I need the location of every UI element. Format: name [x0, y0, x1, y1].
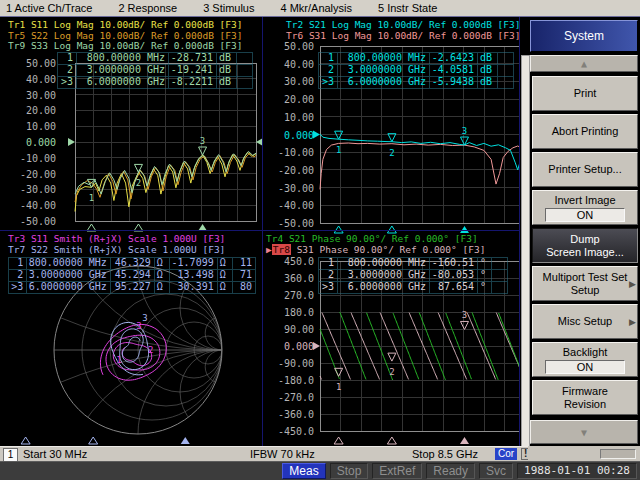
- menu-item-4[interactable]: 4 Mkr/Analysis: [280, 2, 352, 14]
- active-trace-badge: Tr8: [272, 244, 291, 255]
- menu-item-3[interactable]: 3 Stimulus: [203, 2, 254, 14]
- softkey-firmware-revision[interactable]: FirmwareRevision: [532, 380, 638, 415]
- tr-y-axis-label: 10.00: [264, 112, 314, 123]
- marker-cell: 1: [318, 258, 338, 269]
- marker-2-label: 2: [389, 148, 394, 158]
- marker-cell: 80: [233, 282, 256, 293]
- marker-cell: 1: [57, 53, 77, 64]
- softkey-scrollbar[interactable]: [521, 55, 530, 447]
- marker-cell: 2: [318, 65, 338, 76]
- softkey-printer-setup[interactable]: Printer Setup...: [532, 152, 638, 187]
- marker-cell: 30.391: [170, 282, 218, 293]
- softkey-invert-image[interactable]: Invert ImageON: [532, 190, 638, 225]
- marker-cell: 71: [233, 270, 256, 281]
- bl-header-2: Tr7 S22 Smith (R+jX) Scale 1.000U [F3]: [8, 245, 225, 256]
- marker-cell: 1: [8, 258, 27, 269]
- softkey-multiport-test-set-setup[interactable]: Multiport Test SetSetup▶: [532, 266, 638, 301]
- status-badge-svc: Svc: [479, 463, 513, 479]
- softkey-backlight[interactable]: BacklightON: [532, 342, 638, 377]
- tl-header-3: Tr9 S33 Log Mag 10.00dB/ Ref 0.000dB [F3…: [8, 41, 243, 52]
- tr-y-axis-label: 50.00: [264, 41, 314, 52]
- panel-divider-vertical: [262, 17, 263, 446]
- marker-cell: dB: [478, 65, 498, 76]
- marker-cell: 6.0000000 GHz: [338, 282, 430, 293]
- softkey-scroll-down-button[interactable]: ▼: [530, 420, 638, 444]
- tr-y-axis-label: 0.000: [264, 130, 314, 141]
- marker-cell: >3: [318, 77, 338, 88]
- marker-row: >36.0000000 GHz-8.2211dB: [57, 77, 253, 89]
- down-triangle-icon: ▼: [581, 427, 587, 438]
- br-y-axis-label: 180.0: [264, 307, 314, 318]
- menu-item-2[interactable]: 2 Response: [118, 2, 177, 14]
- marker-cell: >3: [318, 282, 338, 293]
- softkey-label: Printer Setup...: [548, 163, 621, 176]
- softkey-menu: System ▲ ▼ PrintAbort PrintingPrinter Se…: [520, 17, 640, 446]
- softkey-label: Print: [574, 87, 597, 100]
- marker-cell: >3: [57, 77, 77, 88]
- marker-cell: 2: [57, 65, 77, 76]
- marker-cell: dB: [478, 77, 498, 88]
- marker-cell: Ω: [155, 258, 170, 269]
- marker-2-label: 2: [136, 178, 141, 188]
- marker-cell: [492, 258, 508, 269]
- smith-marker-label: 3: [142, 313, 147, 323]
- marker-3-triangle-icon: [199, 147, 207, 155]
- softkey-label: Screen Image...: [546, 246, 624, 259]
- stimulus-marker-triangle: [181, 437, 190, 444]
- marker-cell: 3.0000000 GHz: [77, 65, 169, 76]
- marker-1-triangle-icon: [335, 131, 343, 139]
- marker-cell: -2.6423: [430, 53, 478, 64]
- vna-screen: 1 Active Ch/Trace2 Response3 Stimulus4 M…: [0, 0, 640, 480]
- stimulus-marker-triangle: [21, 437, 30, 444]
- softkey-label: Multiport Test Set: [543, 271, 628, 284]
- submenu-arrow-icon: ▶: [629, 316, 636, 329]
- marker-cell: Ω: [218, 270, 233, 281]
- menu-item-5[interactable]: 5 Instr State: [378, 2, 437, 14]
- active-trace-arrow-icon: ▶: [266, 244, 272, 255]
- marker-cell: dB: [217, 77, 237, 88]
- softkey-misc-setup[interactable]: Misc Setup▶: [532, 304, 638, 339]
- menu-bar: 1 Active Ch/Trace2 Response3 Stimulus4 M…: [0, 0, 640, 17]
- marker-cell: -28.731: [169, 53, 217, 64]
- marker-cell: [492, 282, 508, 293]
- br-y-axis-label: 90.00: [264, 324, 314, 335]
- tr-y-axis-label: -40.00: [264, 200, 314, 211]
- br-y-axis-label: 360.0: [264, 273, 314, 284]
- tl-y-axis-label: -30.00: [6, 184, 56, 195]
- panel-divider-horizontal: [0, 230, 519, 231]
- br-y-axis-label: -360.0: [264, 409, 314, 420]
- softkey-dump-screen-image[interactable]: DumpScreen Image...: [532, 228, 638, 263]
- footer-inset: [600, 449, 636, 459]
- softkey-abort-printing[interactable]: Abort Printing: [532, 114, 638, 149]
- marker-cell: °: [478, 258, 492, 269]
- smith-marker-label: 3: [136, 321, 141, 331]
- tl-y-axis-label: 0.000: [6, 137, 56, 148]
- softkey-print[interactable]: Print: [532, 76, 638, 111]
- marker-cell: [498, 53, 514, 64]
- tl-y-axis-label: -10.00: [6, 153, 56, 164]
- softkey-label: Setup: [571, 284, 600, 297]
- marker-cell: -160.51: [430, 258, 478, 269]
- marker-cell: Ω: [155, 270, 170, 281]
- status-badge-ready: Ready: [426, 463, 475, 479]
- menu-item-1[interactable]: 1 Active Ch/Trace: [6, 2, 92, 14]
- marker-cell: 6.0000000 GHz: [27, 282, 111, 293]
- channel-status-bar: 1 Start 30 MHz IFBW 70 kHz Stop 8.5 GHz …: [0, 446, 528, 461]
- marker-cell: °: [478, 282, 492, 293]
- br-y-axis-label: -270.0: [264, 392, 314, 403]
- marker-cell: [237, 53, 253, 64]
- marker-cell: -19.241: [169, 65, 217, 76]
- marker-2-triangle-icon: [388, 353, 396, 361]
- softkey-scroll-up-button[interactable]: ▲: [530, 55, 638, 72]
- up-triangle-icon: ▲: [581, 58, 587, 69]
- smith-marker-label: 1: [116, 355, 121, 365]
- tl-y-axis-label: 20.00: [6, 105, 56, 116]
- marker-cell: -8.2211: [169, 77, 217, 88]
- softkey-label: Invert Image: [554, 194, 615, 207]
- smith-marker-label: 2: [148, 345, 153, 355]
- marker-cell: [492, 270, 508, 281]
- stimulus-marker-triangle: [334, 437, 343, 444]
- instrument-status-bar: MeasStopExtRefReadySvc1988-01-01 00:28: [0, 461, 640, 480]
- status-badge-stop: Stop: [330, 463, 369, 479]
- tr-y-axis-label: -10.00: [264, 147, 314, 158]
